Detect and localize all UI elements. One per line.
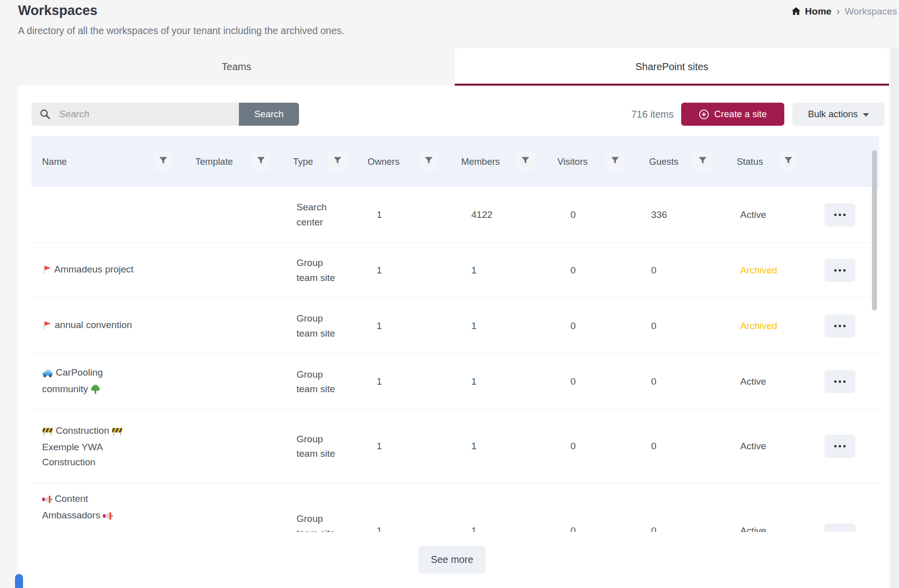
filter-button-visitors[interactable]: [606, 152, 625, 171]
filter-button-name[interactable]: [154, 152, 173, 171]
column-header-template: Template: [195, 136, 233, 187]
status-cell: Active: [740, 483, 815, 532]
guests-cell: 0: [651, 410, 657, 483]
type-cell: Group team site: [296, 410, 347, 483]
site-name-cell[interactable]: Construction Exemple YWA Construction: [42, 410, 148, 483]
template-cell: [195, 298, 245, 354]
members-cell: 4122: [471, 187, 492, 242]
page-title: Workspaces: [18, 3, 98, 19]
bulk-actions-button[interactable]: Bulk actions: [792, 103, 884, 126]
table-row: Ammadeus project Group team site 1 1 0 0…: [32, 243, 879, 298]
table-scrollbar-thumb[interactable]: [872, 150, 877, 311]
ellipsis-icon: [833, 444, 846, 448]
status-cell: Archived: [740, 243, 815, 298]
construction-icon: [42, 425, 53, 440]
type-cell: Search center: [296, 187, 347, 242]
active-tab-underline: [455, 84, 889, 86]
site-name-cell[interactable]: [42, 187, 148, 242]
table-header: NameTemplateTypeOwnersMembersVisitorsGue…: [32, 136, 879, 187]
template-cell: [195, 483, 245, 532]
site-name-cell[interactable]: Ammadeus project: [42, 243, 148, 298]
guests-cell: 0: [651, 483, 657, 532]
tab-sharepoint-sites[interactable]: SharePoint sites: [455, 48, 889, 86]
visitors-cell: 0: [570, 483, 576, 532]
owners-cell: 1: [377, 298, 382, 354]
filter-button-guests[interactable]: [693, 152, 712, 171]
caret-down-icon: [863, 113, 869, 117]
ellipsis-icon: [833, 380, 846, 384]
visitors-cell: 0: [570, 410, 576, 483]
members-cell: 1: [471, 410, 477, 483]
page-scrollbar[interactable]: [891, 48, 899, 588]
owners-cell: 1: [377, 243, 382, 298]
owners-cell: 1: [377, 483, 382, 532]
flag-icon: [42, 264, 52, 278]
breadcrumb-home-label: Home: [805, 6, 831, 17]
tree-icon: [91, 384, 100, 398]
site-name-cell[interactable]: CarPooling community: [42, 354, 148, 409]
megaphone-icon: [103, 510, 113, 524]
guests-cell: 0: [651, 354, 657, 409]
visitors-cell: 0: [570, 187, 576, 242]
create-site-button[interactable]: Create a site: [681, 103, 784, 126]
column-header-guests: Guests: [649, 136, 679, 187]
row-actions-button[interactable]: [824, 370, 855, 393]
table-row: Search center 1 4122 0 336 Active: [32, 187, 879, 243]
filter-button-members[interactable]: [516, 152, 535, 171]
row-actions-button[interactable]: [824, 259, 855, 282]
table-row: annual convention Group team site 1 1 0 …: [32, 298, 879, 354]
owners-cell: 1: [377, 410, 382, 483]
column-header-visitors: Visitors: [557, 136, 587, 187]
site-name-cell[interactable]: Content Ambassadors: [42, 483, 148, 532]
type-cell: Group team site: [296, 243, 347, 298]
row-actions-button[interactable]: [824, 523, 855, 532]
type-cell: Group team site: [296, 354, 347, 409]
page-subtitle: A directory of all the workspaces of you…: [18, 25, 344, 37]
construction-icon: [112, 425, 123, 440]
see-more-button[interactable]: See more: [418, 546, 486, 573]
template-cell: [195, 243, 245, 298]
column-header-type: Type: [293, 136, 313, 187]
flag-icon: [42, 320, 52, 334]
members-cell: 1: [471, 354, 477, 409]
ellipsis-icon: [833, 213, 846, 217]
site-name-cell[interactable]: annual convention: [42, 298, 148, 354]
template-cell: [195, 187, 245, 242]
owners-cell: 1: [377, 354, 382, 409]
workspaces-page: Workspaces A directory of all the worksp…: [0, 0, 899, 588]
column-header-status: Status: [737, 136, 763, 187]
funnel-icon: [521, 157, 529, 166]
breadcrumb: Home › Workspaces: [791, 6, 897, 17]
filter-button-status[interactable]: [779, 152, 798, 171]
row-actions-button[interactable]: [824, 203, 855, 226]
row-actions-button[interactable]: [824, 435, 855, 458]
table-row: Content Ambassadors Group team site 1 1 …: [32, 483, 879, 532]
plus-circle-icon: [699, 109, 709, 120]
filter-button-owners[interactable]: [419, 152, 438, 171]
filter-button-type[interactable]: [328, 152, 347, 171]
funnel-icon: [257, 157, 265, 166]
tab-teams[interactable]: Teams: [18, 48, 455, 86]
megaphone-icon: [42, 493, 52, 508]
search-input[interactable]: [32, 103, 239, 126]
floating-widget[interactable]: [15, 574, 23, 588]
members-cell: 1: [471, 483, 477, 532]
status-cell: Active: [740, 410, 815, 483]
visitors-cell: 0: [570, 243, 576, 298]
guests-cell: 0: [651, 298, 657, 354]
owners-cell: 1: [377, 187, 382, 242]
row-actions-button[interactable]: [824, 315, 855, 338]
status-cell: Active: [740, 187, 815, 242]
create-site-label: Create a site: [714, 109, 767, 120]
funnel-icon: [784, 157, 792, 166]
breadcrumb-home-link[interactable]: Home: [791, 6, 831, 17]
search-button[interactable]: Search: [239, 103, 299, 126]
template-cell: [195, 354, 245, 409]
type-cell: Group team site: [296, 483, 347, 532]
type-cell: Group team site: [296, 298, 347, 354]
filter-button-template[interactable]: [251, 152, 270, 171]
table-row: CarPooling community Group team site 1 1…: [32, 354, 879, 410]
members-cell: 1: [471, 243, 477, 298]
funnel-icon: [159, 157, 167, 166]
funnel-icon: [611, 157, 619, 166]
